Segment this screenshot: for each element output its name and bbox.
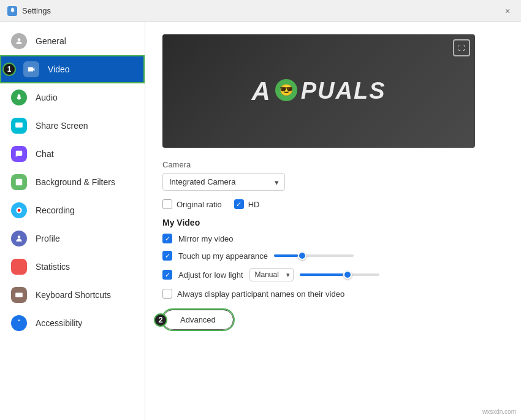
step-badge-2: 2 xyxy=(154,313,167,327)
lowlight-slider-track[interactable] xyxy=(300,273,379,276)
always-display-checkbox[interactable] xyxy=(162,289,172,299)
background-icon xyxy=(11,174,27,190)
touchup-slider-track[interactable] xyxy=(274,254,354,257)
sidebar-item-video[interactable]: 1 Video xyxy=(0,55,145,83)
sidebar-item-recording[interactable]: Recording xyxy=(0,196,145,224)
sidebar-item-profile[interactable]: Profile xyxy=(0,224,145,253)
keyboard-icon xyxy=(11,287,27,303)
svg-point-0 xyxy=(18,38,21,41)
general-icon xyxy=(11,33,27,49)
touchup-label: Touch up my appearance xyxy=(178,251,268,261)
camera-preview: A 😎 PUALS xyxy=(162,34,475,148)
sidebar-label-video: Video xyxy=(48,64,70,74)
sidebar-item-share-screen[interactable]: Share Screen xyxy=(0,112,145,140)
original-ratio-checkbox[interactable] xyxy=(162,199,172,209)
sidebar-label-general: General xyxy=(36,36,66,46)
sidebar-item-chat[interactable]: Chat xyxy=(0,140,145,168)
main-container: General 1 Video Audio Share Screen xyxy=(0,22,521,420)
svg-point-3 xyxy=(17,180,18,181)
sidebar-label-background: Background & Filters xyxy=(36,177,115,187)
svg-rect-7 xyxy=(15,293,23,297)
advanced-btn-wrapper: 2 Advanced xyxy=(162,310,234,330)
sidebar-label-statistics: Statistics xyxy=(36,262,70,272)
svg-rect-1 xyxy=(15,123,23,128)
camera-section: Camera Integrated Camera USB Camera Virt… xyxy=(162,160,504,209)
recording-icon xyxy=(11,202,27,218)
sidebar-label-accessibility: Accessibility xyxy=(36,318,82,328)
hd-checkbox[interactable]: ✓ xyxy=(234,199,244,209)
lowlight-dropdown[interactable]: Manual Auto xyxy=(249,268,294,281)
audio-icon xyxy=(11,90,27,105)
mirror-video-label: Mirror my video xyxy=(178,234,234,243)
lowlight-checkbox[interactable]: ✓ xyxy=(162,270,172,280)
always-display-row: Always display participant names on thei… xyxy=(162,289,504,299)
settings-app-icon xyxy=(7,6,17,16)
camera-label: Camera xyxy=(162,160,504,169)
camera-select-wrapper: Integrated Camera USB Camera Virtual Cam… xyxy=(162,173,285,191)
lowlight-dropdown-wrapper: Manual Auto xyxy=(249,268,294,281)
camera-checkbox-row: Original ratio ✓ HD xyxy=(162,199,504,209)
touchup-slider-thumb[interactable] xyxy=(298,251,306,260)
title-bar: Settings × xyxy=(0,0,521,22)
mirror-video-checkbox[interactable]: ✓ xyxy=(162,234,172,243)
watermark: wxsxdn.com xyxy=(482,408,516,415)
step-badge-1: 1 xyxy=(2,63,16,76)
touchup-slider-fill xyxy=(274,254,298,257)
lowlight-row: ✓ Adjust for low light Manual Auto xyxy=(162,268,504,281)
my-video-section: My Video ✓ Mirror my video ✓ Touch up my… xyxy=(162,218,504,281)
camera-select[interactable]: Integrated Camera USB Camera Virtual Cam… xyxy=(162,173,285,191)
hd-checkbox-item[interactable]: ✓ HD xyxy=(234,199,260,209)
video-icon xyxy=(23,61,39,77)
sidebar-label-chat: Chat xyxy=(36,149,54,159)
svg-point-8 xyxy=(18,319,20,321)
chat-icon xyxy=(11,146,27,162)
close-button[interactable]: × xyxy=(501,5,514,17)
accessibility-icon xyxy=(11,315,27,331)
sidebar-item-audio[interactable]: Audio xyxy=(0,83,145,112)
sidebar: General 1 Video Audio Share Screen xyxy=(0,22,145,420)
statistics-icon xyxy=(11,259,27,275)
touchup-row: ✓ Touch up my appearance xyxy=(162,251,504,261)
sidebar-label-keyboard: Keyboard Shortcuts xyxy=(36,290,111,300)
lowlight-slider-fill xyxy=(300,273,344,276)
camera-dropdown-row: Integrated Camera USB Camera Virtual Cam… xyxy=(162,173,504,191)
sidebar-label-audio: Audio xyxy=(36,93,58,102)
hd-label: HD xyxy=(248,200,260,209)
original-ratio-label: Original ratio xyxy=(177,200,222,209)
svg-point-5 xyxy=(18,209,21,212)
sidebar-item-accessibility[interactable]: Accessibility xyxy=(0,309,145,337)
camera-fullscreen-icon[interactable] xyxy=(453,39,470,56)
lowlight-slider-thumb[interactable] xyxy=(343,270,352,279)
sidebar-label-profile: Profile xyxy=(36,234,60,243)
sidebar-item-keyboard[interactable]: Keyboard Shortcuts xyxy=(0,281,145,309)
share-screen-icon xyxy=(11,118,27,134)
touchup-checkbox[interactable]: ✓ xyxy=(162,251,172,261)
profile-icon xyxy=(11,231,27,246)
my-video-title: My Video xyxy=(162,218,504,227)
sidebar-item-background[interactable]: Background & Filters xyxy=(0,168,145,196)
svg-point-6 xyxy=(18,235,21,239)
content-area: A 😎 PUALS Camera Integrated Camera xyxy=(145,22,521,420)
window-title: Settings xyxy=(22,6,51,15)
sidebar-item-general[interactable]: General xyxy=(0,27,145,55)
title-bar-left: Settings xyxy=(7,6,51,16)
always-display-label: Always display participant names on thei… xyxy=(177,289,344,299)
lowlight-label: Adjust for low light xyxy=(178,270,243,280)
original-ratio-checkbox-item[interactable]: Original ratio xyxy=(162,199,222,209)
sidebar-label-recording: Recording xyxy=(36,205,75,215)
mirror-video-row: ✓ Mirror my video xyxy=(162,234,504,243)
sidebar-item-statistics[interactable]: Statistics xyxy=(0,253,145,281)
sidebar-label-share-screen: Share Screen xyxy=(36,121,88,131)
advanced-button[interactable]: Advanced xyxy=(162,310,234,330)
